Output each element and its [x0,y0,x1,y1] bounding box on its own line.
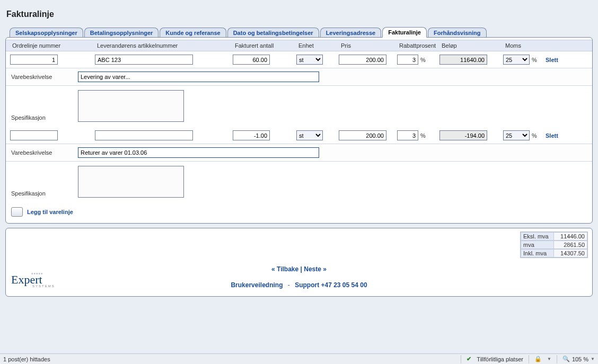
description-label: Varebeskrivelse [11,149,75,156]
total-inc-label: Inkl. mva [521,249,553,258]
total-ex-label: Eksl. mva [521,232,553,241]
specification-label: Spesifikasjon [11,190,75,197]
footer-nav: « Tilbake | Neste » [6,265,592,273]
guide-link[interactable]: Brukerveiledning [231,281,283,289]
tab-forhandsvisning[interactable]: Forhåndsvisning [428,28,487,38]
qty-input[interactable] [233,55,270,65]
column-headers: Ordrelinje nummer Leverandørens artikkel… [6,40,592,51]
zoom-control[interactable]: 🔍 105 % ▼ [562,356,595,362]
col-artno: Leverandørens artikkelnummer [95,41,233,50]
col-vat: Moms [503,41,546,50]
back-link[interactable]: « Tilbake [271,265,298,273]
lock-icon: 🔒 [534,356,542,362]
artno-input[interactable] [95,130,193,140]
logo-sub: SYSTEMS [32,285,85,288]
amount-output [439,130,487,140]
footer-links: Brukerveiledning - Support +47 23 05 54 … [6,281,592,289]
tab-fakturalinje[interactable]: Fakturalinje [382,27,427,38]
col-orderline: Ordrelinje nummer [10,41,95,50]
price-input[interactable] [339,55,386,65]
description-input[interactable] [78,147,319,158]
magnifier-icon: 🔍 [562,356,570,362]
col-amount: Beløp [439,41,503,50]
col-price: Pris [339,41,397,50]
qty-input[interactable] [233,130,270,140]
description-row: Varebeskrivelse [6,144,592,162]
discount-input[interactable] [397,55,418,65]
discount-input[interactable] [397,130,418,140]
page-title: Fakturalinje [0,0,598,26]
check-icon: ✔ [467,356,471,362]
unit-select[interactable]: st [296,55,323,65]
col-qty: Fakturert antall [233,41,296,50]
chevron-down-icon[interactable]: ▼ [547,357,551,361]
specification-label: Spesifikasjon [11,114,75,121]
totals-table: Eksl. mva 11446.00 mva 2861.50 Inkl. mva… [520,232,588,258]
tab-betalingsopplysninger[interactable]: Betalingsopplysninger [84,28,159,38]
amount-output [439,55,487,65]
description-label: Varebeskrivelse [11,74,75,80]
invoice-line: st % 25% Slett [6,51,592,68]
support-link[interactable]: Support +47 23 05 54 00 [295,281,367,289]
status-trusted: Tillförlitliga platser [477,356,523,362]
specification-row: Spesifikasjon [6,86,592,127]
delete-line-link[interactable]: Slett [546,132,588,139]
statusbar: 1 post(er) hittades ✔ Tillförlitliga pla… [0,353,598,364]
percent-label: % [532,132,537,139]
total-inc-value: 14307.50 [553,249,587,258]
orderline-input[interactable] [10,55,58,65]
percent-label: % [420,132,426,139]
col-discount: Rabattprosent [397,41,439,50]
add-line-icon[interactable] [11,207,23,217]
description-row: Varebeskrivelse [6,68,592,86]
chevron-down-icon[interactable]: ▼ [591,357,595,361]
tab-selskapsopplysninger[interactable]: Selskapsopplysninger [10,28,83,38]
footer-dash: - [285,281,293,289]
zoom-value: 105 % [572,356,588,362]
artno-input[interactable] [95,55,193,65]
add-line-link[interactable]: Legg til varelinje [27,209,73,215]
tab-leveringsadresse[interactable]: Leveringsadresse [320,28,382,38]
footer-panel: Eksl. mva 11446.00 mva 2861.50 Inkl. mva… [5,228,593,297]
percent-label: % [532,57,537,63]
specification-row: Spesifikasjon [6,162,592,203]
tab-kunde-og-referanse[interactable]: Kunde og referanse [160,28,226,38]
specification-input[interactable] [78,90,184,122]
invoice-line: st % 25% Slett [6,127,592,144]
tab-dato-og-betalingsbetingelser[interactable]: Dato og betalingsbetingelser [227,28,319,38]
logo: ••••• Expert SYSTEMS [11,273,64,293]
percent-label: % [420,57,426,63]
add-line-row: Legg til varelinje [6,203,592,223]
total-ex-value: 11446.00 [553,232,587,241]
next-link[interactable]: Neste » [304,265,327,273]
col-unit: Enhet [296,41,339,50]
vat-select[interactable]: 25 [503,130,530,140]
price-input[interactable] [339,130,386,140]
logo-dots-icon: ••••• [31,271,43,277]
delete-line-link[interactable]: Slett [546,57,588,63]
tabs: Selskapsopplysninger Betalingsopplysning… [0,26,598,37]
lines-panel: Ordrelinje nummer Leverandørens artikkel… [5,37,593,224]
vat-select[interactable]: 25 [503,55,530,65]
total-vat-label: mva [521,241,553,249]
specification-input[interactable] [78,166,184,198]
total-vat-value: 2861.50 [553,241,587,249]
description-input[interactable] [78,72,319,82]
orderline-input[interactable] [10,130,58,140]
status-left: 1 post(er) hittades [3,356,50,362]
unit-select[interactable]: st [296,130,323,140]
